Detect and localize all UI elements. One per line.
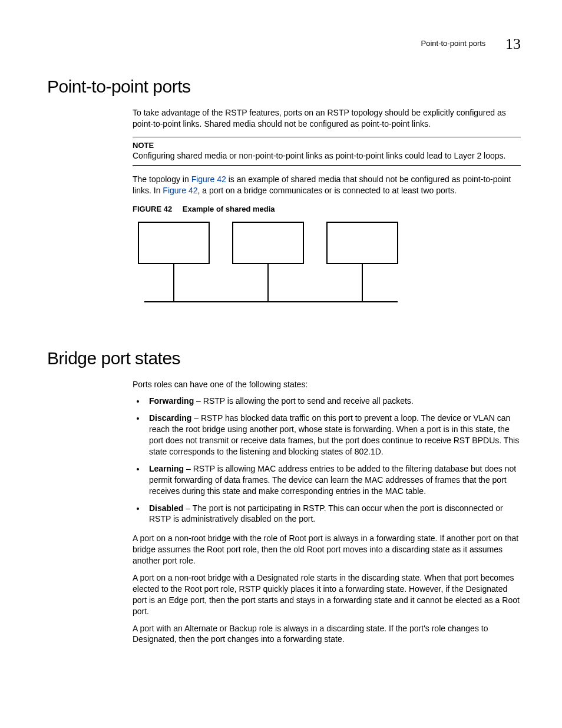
svg-rect-0 (138, 222, 209, 263)
section2-intro: Ports roles can have one of the followin… (133, 379, 521, 390)
section1-intro: To take advantage of the RSTP features, … (133, 107, 521, 130)
section2-para2: A port on a non-root bridge with a Desig… (133, 572, 521, 617)
list-item: Discarding – RSTP has blocked data traff… (146, 413, 521, 457)
svg-rect-1 (233, 222, 303, 263)
page: Point-to-point ports 13 Point-to-point p… (0, 0, 562, 686)
figure-42-link[interactable]: Figure 42 (191, 174, 226, 184)
port-states-list: Forwarding – RSTP is allowing the port t… (133, 396, 521, 525)
section1-body: To take advantage of the RSTP features, … (133, 107, 521, 315)
figure-title: Example of shared media (183, 205, 275, 213)
note-label: NOTE (133, 141, 521, 150)
heading-point-to-point-ports: Point-to-point ports (47, 77, 521, 97)
section2-para1: A port on a non-root bridge with the rol… (133, 533, 521, 566)
state-name-forwarding: Forwarding (149, 396, 194, 406)
note-block: NOTE Configuring shared media or non-poi… (133, 137, 521, 166)
figure-caption: FIGURE 42 Example of shared media (133, 205, 521, 213)
list-item: Learning – RSTP is allowing MAC address … (146, 463, 521, 497)
running-title: Point-to-point ports (421, 39, 486, 48)
list-item: Forwarding – RSTP is allowing the port t… (146, 396, 521, 407)
state-desc: – The port is not participating in RSTP.… (149, 503, 503, 524)
running-header: Point-to-point ports 13 (47, 35, 521, 53)
section2-body: Ports roles can have one of the followin… (133, 379, 521, 645)
state-desc: – RSTP has blocked data traffic on this … (149, 413, 519, 456)
svg-rect-2 (327, 222, 398, 263)
chapter-number: 13 (505, 35, 521, 52)
figure-42-link-2[interactable]: Figure 42 (163, 186, 197, 195)
figure-label: FIGURE 42 (133, 205, 172, 213)
note-body: Configuring shared media or non-point-to… (133, 151, 521, 160)
section2-para3: A port with an Alternate or Backup role … (133, 623, 521, 645)
figure-42-diagram (133, 219, 521, 315)
shared-media-diagram-svg (133, 219, 404, 314)
topology-paragraph: The topology in Figure 42 is an example … (133, 174, 521, 196)
state-desc: – RSTP is allowing MAC address entries t… (149, 464, 516, 496)
state-desc: – RSTP is allowing the port to send and … (194, 396, 414, 406)
list-item: Disabled – The port is not participating… (146, 503, 521, 525)
state-name-disabled: Disabled (149, 503, 183, 513)
state-name-learning: Learning (149, 464, 184, 473)
heading-bridge-port-states: Bridge port states (47, 348, 521, 368)
state-name-discarding: Discarding (149, 413, 191, 423)
